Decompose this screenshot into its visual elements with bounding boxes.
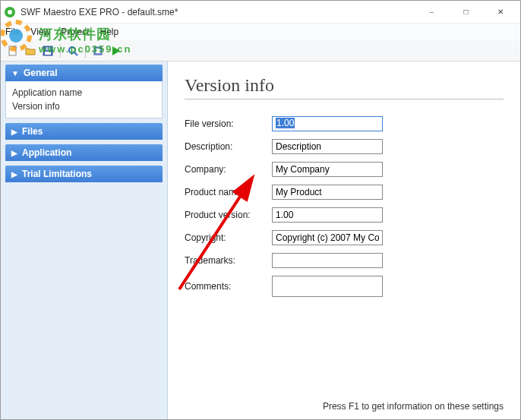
panel-label: Trial Limitations bbox=[22, 169, 92, 179]
label-copyright: Copyright: bbox=[185, 232, 272, 243]
label-trademarks: Trademarks: bbox=[185, 255, 272, 266]
panel-files[interactable]: ▶Files bbox=[5, 123, 163, 140]
build-icon[interactable] bbox=[90, 43, 106, 58]
input-company[interactable] bbox=[272, 162, 383, 177]
label-company: Company: bbox=[185, 164, 272, 175]
menu-file[interactable]: File bbox=[5, 27, 20, 37]
svg-point-7 bbox=[69, 47, 75, 53]
panel-trial-limitations[interactable]: ▶Trial Limitations bbox=[5, 166, 163, 182]
row-company: Company: bbox=[185, 162, 504, 177]
panel-label: Application bbox=[22, 147, 71, 158]
selected-text: 1.00 bbox=[276, 118, 295, 128]
content-area: ▼General Application name Version info ▶… bbox=[1, 62, 520, 419]
chevron-right-icon: ▶ bbox=[11, 149, 17, 157]
panel-general[interactable]: ▼General bbox=[5, 65, 163, 81]
chevron-down-icon: ▼ bbox=[11, 69, 19, 77]
panel-application[interactable]: ▶Application bbox=[5, 144, 163, 161]
new-icon[interactable] bbox=[5, 43, 21, 58]
row-product-version: Product version: bbox=[185, 207, 504, 223]
svg-point-1 bbox=[8, 10, 12, 14]
panel-label: Files bbox=[22, 126, 43, 137]
row-trademarks: Trademarks: bbox=[185, 253, 504, 268]
save-icon[interactable] bbox=[40, 43, 55, 58]
page-title: Version info bbox=[185, 75, 504, 99]
svg-marker-11 bbox=[112, 46, 120, 55]
sidebar-item-version-info[interactable]: Version info bbox=[12, 99, 156, 113]
sidebar-item-application-name[interactable]: Application name bbox=[12, 86, 156, 99]
chevron-right-icon: ▶ bbox=[11, 128, 17, 136]
toolbar bbox=[1, 40, 520, 62]
run-icon[interactable] bbox=[108, 43, 123, 58]
svg-rect-3 bbox=[14, 46, 16, 49]
window-title: SWF Maestro EXE PRO - default.sme* bbox=[21, 7, 178, 17]
input-product-name[interactable] bbox=[272, 185, 383, 200]
label-file-version: File version: bbox=[185, 118, 272, 129]
label-product-version: Product version: bbox=[185, 210, 272, 220]
menubar: File View Project Help bbox=[1, 24, 520, 40]
chevron-right-icon: ▶ bbox=[11, 170, 17, 178]
svg-rect-5 bbox=[45, 52, 51, 55]
panel-general-body: Application name Version info bbox=[5, 81, 163, 118]
row-comments: Comments: bbox=[185, 276, 504, 297]
label-product-name: Product name: bbox=[185, 187, 272, 197]
svg-rect-6 bbox=[46, 47, 50, 50]
menu-project[interactable]: Project bbox=[61, 27, 89, 37]
row-file-version: File version: 1.00 bbox=[185, 116, 504, 131]
toolbar-separator bbox=[60, 44, 61, 58]
panel-label: General bbox=[24, 68, 58, 78]
row-product-name: Product name: bbox=[185, 185, 504, 200]
input-comments[interactable] bbox=[272, 276, 383, 297]
app-icon bbox=[4, 6, 16, 18]
main-panel: Version info File version: 1.00 Descript… bbox=[168, 62, 520, 419]
input-product-version[interactable] bbox=[272, 207, 383, 223]
toolbar-separator bbox=[85, 44, 86, 58]
footer-hint: Press F1 to get information on these set… bbox=[323, 401, 504, 412]
svg-line-8 bbox=[74, 52, 77, 55]
menu-view[interactable]: View bbox=[30, 27, 50, 37]
sidebar: ▼General Application name Version info ▶… bbox=[1, 62, 168, 419]
find-icon[interactable] bbox=[65, 43, 81, 58]
open-icon[interactable] bbox=[23, 43, 38, 58]
input-copyright[interactable] bbox=[272, 230, 383, 245]
input-trademarks[interactable] bbox=[272, 253, 383, 268]
input-description[interactable] bbox=[272, 139, 383, 154]
row-copyright: Copyright: bbox=[185, 230, 504, 245]
svg-rect-10 bbox=[96, 49, 100, 53]
maximize-button[interactable]: □ bbox=[449, 2, 483, 23]
window-controls: – □ ✕ bbox=[415, 2, 517, 23]
close-button[interactable]: ✕ bbox=[483, 2, 517, 23]
row-description: Description: bbox=[185, 139, 504, 154]
titlebar: SWF Maestro EXE PRO - default.sme* – □ ✕ bbox=[1, 1, 520, 24]
menu-help[interactable]: Help bbox=[100, 27, 119, 37]
label-comments: Comments: bbox=[185, 281, 272, 292]
minimize-button[interactable]: – bbox=[415, 2, 449, 23]
label-description: Description: bbox=[185, 141, 272, 152]
